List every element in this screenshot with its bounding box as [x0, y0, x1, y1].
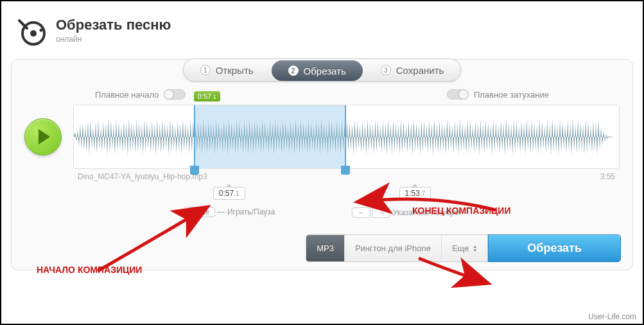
svg-point-1: [30, 30, 37, 37]
svg-point-2: [40, 29, 43, 32]
logo-icon: [14, 14, 46, 46]
waveform-area[interactable]: 0:57.1 Dino_MC47-YA_lyublyu_Hip-hop.mp3 …: [73, 105, 620, 169]
annotation-start-label: НАЧАЛО КОМПАЗИЦИИ: [37, 265, 142, 275]
watermark: User-Life.com: [588, 312, 636, 321]
step-cut[interactable]: 2 Обрезать: [272, 60, 363, 81]
selection-range[interactable]: 0:57.1: [194, 105, 347, 168]
selection-start-tag: 0:57.1: [194, 91, 220, 101]
page-subtitle: онлайн: [56, 35, 171, 44]
format-more-button[interactable]: Еще ▲▼: [442, 235, 487, 261]
waveform-icon: [74, 105, 619, 168]
page-title: Обрезать песню: [56, 17, 171, 33]
format-selector: MP3 Рингтон для iPhone Еще ▲▼: [306, 234, 488, 262]
editor-panel: 1 Открыть 2 Обрезать 3 Сохранить Плавное…: [11, 59, 633, 270]
play-icon: [39, 129, 50, 145]
fade-out-toggle[interactable]: Плавное затухание: [447, 89, 549, 100]
annotation-end-label: КОНЕЦ КОМПАЗИЦИИ: [412, 206, 510, 216]
end-time-input[interactable]: 1:53.7: [399, 187, 431, 200]
format-iphone-button[interactable]: Рингтон для iPhone: [345, 235, 442, 261]
updown-icon: ▲▼: [473, 245, 477, 252]
format-mp3-button[interactable]: MP3: [306, 235, 345, 261]
step-tabs: 1 Открыть 2 Обрезать 3 Сохранить: [183, 58, 462, 82]
toggle-switch-icon: [164, 89, 186, 100]
space-shortcut-hint: Space — Играть/Пауза: [184, 207, 275, 218]
start-time-input[interactable]: 0:57.1: [213, 187, 245, 200]
step-open[interactable]: 1 Открыть: [184, 59, 270, 81]
cut-button[interactable]: Обрезать: [488, 234, 621, 262]
play-button[interactable]: [24, 118, 62, 155]
fade-in-toggle[interactable]: Плавное начало: [95, 89, 186, 100]
step-save[interactable]: 3 Сохранить: [364, 59, 461, 81]
toggle-switch-icon: [447, 89, 469, 100]
